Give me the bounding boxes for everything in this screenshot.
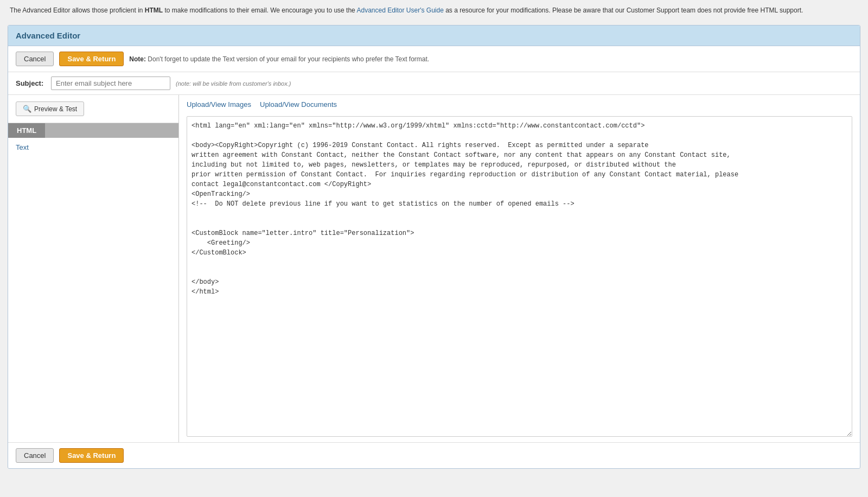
main-container: Advanced Editor Cancel Save & Return Not… bbox=[8, 25, 860, 469]
html-editor[interactable] bbox=[187, 116, 852, 437]
save-return-button-bottom[interactable]: Save & Return bbox=[59, 448, 124, 463]
bottom-toolbar: Cancel Save & Return bbox=[8, 442, 860, 468]
left-panel: 🔍 Preview & Test HTML Text bbox=[8, 95, 179, 442]
search-icon: 🔍 bbox=[23, 105, 31, 113]
top-notice: The Advanced Editor allows those profici… bbox=[0, 0, 868, 21]
editor-body: 🔍 Preview & Test HTML Text Upload/View I… bbox=[8, 95, 860, 442]
preview-button-label: Preview & Test bbox=[34, 105, 77, 113]
tab-row: HTML bbox=[8, 123, 178, 138]
right-panel: Upload/View Images Upload/View Documents bbox=[179, 95, 860, 442]
subject-label: Subject: bbox=[16, 79, 46, 87]
subject-row: Subject: (note: will be visible from cus… bbox=[8, 72, 860, 95]
advanced-editor-guide-link[interactable]: Advanced Editor User's Guide bbox=[356, 7, 443, 14]
notice-text-middle: to make modifications to their email. We… bbox=[163, 7, 356, 14]
notice-text-suffix: as a resource for your modifications. Pl… bbox=[444, 7, 803, 14]
tab-html[interactable]: HTML bbox=[8, 123, 45, 138]
cancel-button-top[interactable]: Cancel bbox=[16, 52, 54, 66]
subject-hint: (note: will be visible from customer's i… bbox=[176, 80, 291, 87]
editor-header: Advanced Editor bbox=[8, 26, 860, 46]
toolbar-row: Cancel Save & Return Note: Don't forget … bbox=[8, 46, 860, 72]
notice-html-bold: HTML bbox=[145, 7, 163, 14]
editor-title: Advanced Editor bbox=[16, 31, 852, 40]
preview-test-button[interactable]: 🔍 Preview & Test bbox=[16, 101, 84, 116]
note-label: Note: bbox=[129, 55, 146, 63]
toolbar-note: Note: Don't forget to update the Text ve… bbox=[129, 55, 429, 63]
cancel-button-bottom[interactable]: Cancel bbox=[16, 448, 54, 463]
upload-links-row: Upload/View Images Upload/View Documents bbox=[187, 100, 852, 112]
note-body: Don't forget to update the Text version … bbox=[148, 55, 429, 63]
nav-links: Text bbox=[8, 138, 178, 160]
text-link[interactable]: Text bbox=[16, 143, 171, 151]
notice-text-prefix: The Advanced Editor allows those profici… bbox=[10, 7, 145, 14]
subject-input[interactable] bbox=[51, 77, 170, 90]
save-return-button-top[interactable]: Save & Return bbox=[59, 52, 124, 66]
upload-documents-link[interactable]: Upload/View Documents bbox=[260, 100, 337, 109]
upload-images-link[interactable]: Upload/View Images bbox=[187, 100, 251, 109]
preview-btn-row: 🔍 Preview & Test bbox=[8, 95, 178, 123]
